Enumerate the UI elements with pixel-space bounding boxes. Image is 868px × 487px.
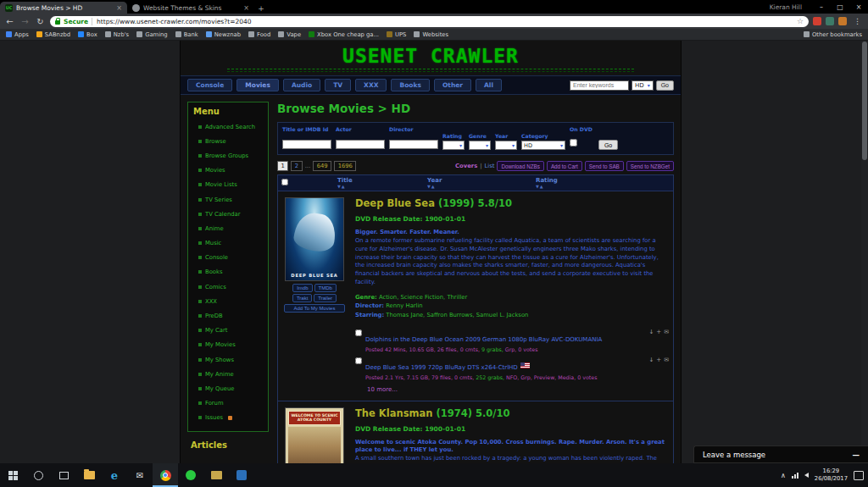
filter-go-button[interactable]: Go [598, 140, 618, 150]
send-icon[interactable]: ✉ [664, 357, 669, 363]
search-category-select[interactable]: HD▾ [632, 80, 654, 91]
page-scrollbar[interactable] [861, 41, 868, 463]
sidebar-item-issues[interactable]: Issues [192, 411, 264, 425]
sidebar-item-console[interactable]: Console [192, 251, 264, 265]
start-button[interactable] [0, 463, 25, 487]
cart-icon[interactable]: + [656, 329, 661, 335]
sidebar-item-advanced-search[interactable]: Advanced Search [192, 119, 264, 134]
sidebar-item-books[interactable]: Books [192, 265, 264, 279]
movie-title-link[interactable]: Deep Blue Sea [355, 197, 435, 209]
add-to-cart-button[interactable]: Add to Cart [547, 161, 582, 171]
bookmark-gaming[interactable]: Gaming [136, 31, 168, 38]
director-input[interactable] [389, 140, 438, 149]
covers-view-link[interactable]: Covers [455, 163, 477, 169]
list-view-link[interactable]: List [484, 163, 494, 169]
nav-xxx[interactable]: XXX [355, 79, 387, 91]
trakt-button[interactable]: Trakt [292, 294, 312, 302]
url-text[interactable]: https://www.usenet-crawler.com/movies?t=… [92, 18, 793, 25]
send-icon[interactable]: ✉ [664, 329, 669, 335]
sidebar-item-movie-lists[interactable]: Movie Lists [192, 178, 264, 192]
chat-widget[interactable]: Leave a message — [693, 445, 868, 463]
bookmark-vape[interactable]: Vape [278, 31, 301, 38]
close-button[interactable]: × [849, 0, 868, 14]
movie-title-link[interactable]: The Klansman [355, 407, 432, 419]
edge-button[interactable]: e [102, 463, 127, 487]
tab-website-themes[interactable]: Website Themes & Skins × [127, 2, 254, 14]
cart-icon[interactable]: + [656, 357, 661, 363]
mail-button[interactable]: ✉ [127, 463, 153, 487]
nav-audio[interactable]: Audio [283, 79, 320, 91]
page-2-button[interactable]: 2 [291, 161, 302, 171]
cortana-search-button[interactable] [25, 463, 51, 487]
download-icon[interactable]: ↓ [648, 357, 654, 363]
bookmark-newznab[interactable]: Newznab [206, 31, 241, 38]
sort-arrows-icon[interactable]: ▼▲ [427, 184, 536, 189]
maximize-button[interactable]: □ [831, 0, 849, 14]
bookmark-ups[interactable]: UPS [387, 31, 406, 38]
back-icon[interactable]: ← [4, 17, 15, 26]
year-select[interactable]: ▾ [495, 141, 517, 150]
genre-select[interactable]: ▾ [469, 141, 491, 150]
new-tab-button[interactable]: + [254, 3, 268, 14]
site-logo[interactable]: USENET CRAWLER [181, 41, 681, 68]
nav-console[interactable]: Console [187, 79, 232, 91]
download-icon[interactable]: ↓ [648, 329, 654, 335]
tab-close-icon[interactable]: × [243, 4, 249, 12]
sidebar-item-tv-series[interactable]: TV Series [192, 192, 264, 207]
sidebar-item-my-anime[interactable]: My Anime [192, 367, 264, 381]
sidebar-item-music[interactable]: Music [192, 236, 264, 251]
nav-other[interactable]: Other [434, 79, 471, 91]
page-1-button[interactable]: 1 [277, 161, 288, 171]
send-to-nzbget-button[interactable]: Send to NZBGet [626, 161, 674, 171]
page-649-button[interactable]: 649 [313, 161, 331, 171]
bookmark-box[interactable]: Box [78, 31, 97, 38]
title-column-header[interactable]: Title▼▲ [337, 177, 427, 189]
bookmark-sabnzbd[interactable]: SABnzbd [36, 31, 70, 38]
sidebar-item-movies[interactable]: Movies [192, 163, 264, 178]
imdb-button[interactable]: Imdb [292, 284, 312, 292]
volume-icon[interactable] [804, 473, 809, 478]
extension-icon[interactable] [826, 17, 834, 25]
title-imdb-input[interactable] [282, 140, 331, 149]
category-select[interactable]: HD▾ [521, 141, 565, 150]
tmdb-button[interactable]: TMDb [314, 284, 337, 292]
bookmark-bank[interactable]: Bank [175, 31, 198, 38]
sidebar-item-xxx[interactable]: XXX [192, 294, 264, 308]
release-link[interactable]: Deep Blue Sea 1999 720p BluRay DTS x264-… [365, 364, 518, 371]
search-input[interactable] [570, 80, 629, 91]
blue-app-button[interactable] [229, 463, 254, 487]
sidebar-item-my-shows[interactable]: My Shows [192, 352, 264, 367]
sidebar-item-browse-groups[interactable]: Browse Groups [192, 148, 264, 163]
bookmark-star-icon[interactable]: ☆ [797, 17, 804, 25]
rating-select[interactable]: ▾ [442, 141, 465, 150]
year-column-header[interactable]: Year▼▲ [427, 177, 536, 189]
sidebar-item-tv-calendar[interactable]: TV Calendar [192, 207, 264, 221]
extension-icon[interactable] [813, 17, 821, 25]
hidden-icons-chevron[interactable]: ∧ [781, 472, 786, 479]
actor-input[interactable] [336, 140, 385, 149]
nav-movies[interactable]: Movies [236, 79, 279, 91]
profile-name[interactable]: Kieran Hill [770, 3, 802, 11]
sidebar-item-my-queue[interactable]: My Queue [192, 381, 264, 396]
select-all-checkbox[interactable] [281, 179, 288, 185]
rating-column-header[interactable]: Rating▼▲ [536, 177, 670, 189]
nav-tv[interactable]: TV [325, 79, 351, 91]
other-bookmarks[interactable]: Other bookmarks [804, 31, 862, 38]
minimize-button[interactable]: – [812, 0, 831, 14]
folder-app-button[interactable] [203, 463, 229, 487]
movie-poster[interactable]: WELCOME TO SCENIC ATOKA COUNTY [285, 407, 344, 464]
download-nzbs-button[interactable]: Download NZBs [497, 161, 544, 171]
page-total-button[interactable]: 1696 [334, 161, 356, 171]
sidebar-item-comics[interactable]: Comics [192, 279, 264, 294]
more-releases-link[interactable]: 10 more... [367, 386, 669, 393]
sidebar-item-my-cart[interactable]: My Cart [192, 324, 264, 338]
sidebar-item-forum[interactable]: Forum [192, 396, 264, 411]
green-circle-app-button[interactable] [178, 463, 203, 487]
chrome-button[interactable] [153, 463, 178, 487]
forward-icon[interactable]: → [19, 17, 31, 26]
scrollbar-thumb[interactable] [862, 42, 867, 160]
starring-value[interactable]: Thomas Jane, Saffron Burrows, Samuel L. … [386, 312, 528, 318]
movie-poster[interactable]: DEEP BLUE SEA [285, 197, 344, 281]
reload-icon[interactable]: ↻ [35, 17, 46, 26]
tab-browse-movies[interactable]: UC Browse Movies > HD × [0, 2, 127, 14]
